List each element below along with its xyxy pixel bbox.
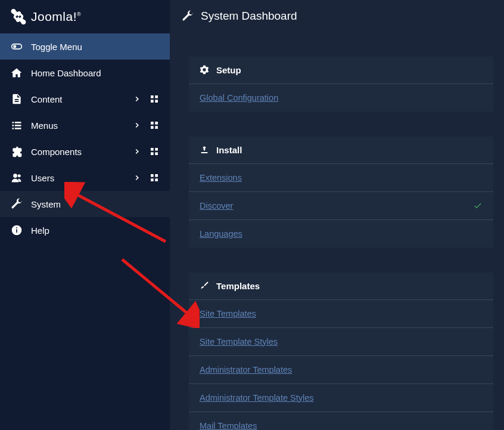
upload-icon	[200, 145, 209, 154]
nav-label: Menus	[31, 120, 133, 131]
card-install: Install Extensions Discover Languages	[189, 137, 493, 248]
card-setup: Setup Global Configuration	[189, 57, 493, 112]
check-icon	[473, 201, 483, 211]
svg-rect-4	[151, 100, 154, 103]
nav-label: Users	[31, 173, 133, 183]
card-header: Templates	[189, 273, 493, 300]
card-link-row: Extensions	[189, 164, 493, 192]
gear-icon	[200, 65, 209, 75]
sidebar-item-users[interactable]: Users	[0, 165, 170, 191]
chevron-right-icon	[133, 174, 141, 182]
home-icon	[11, 67, 23, 79]
toggle-icon	[11, 41, 23, 52]
chevron-right-icon	[133, 147, 141, 156]
svg-rect-9	[15, 125, 21, 126]
svg-rect-27	[16, 229, 17, 233]
svg-point-20	[13, 174, 17, 178]
svg-rect-0	[12, 44, 22, 49]
card-link-row: Global Configuration	[189, 84, 493, 112]
svg-rect-19	[155, 152, 158, 155]
svg-rect-10	[13, 128, 14, 129]
grid-icon[interactable]	[150, 147, 159, 156]
card-link-row: Discover	[189, 192, 493, 220]
svg-rect-24	[151, 178, 154, 181]
main: System Dashboard Setup Global Configurat…	[170, 0, 504, 430]
link-languages[interactable]: Languages	[200, 229, 242, 239]
card-header: Install	[189, 137, 493, 164]
svg-rect-11	[15, 128, 21, 129]
card-link-row: Site Templates	[189, 300, 493, 328]
card-title: Templates	[216, 281, 260, 291]
svg-rect-7	[15, 122, 21, 123]
svg-rect-14	[151, 126, 154, 129]
nav-label: System	[31, 199, 159, 209]
card-templates: Templates Site Templates Site Template S…	[189, 273, 493, 430]
svg-point-21	[18, 174, 21, 177]
svg-rect-15	[155, 126, 158, 129]
grid-icon[interactable]	[150, 120, 159, 130]
link-site-template-styles[interactable]: Site Template Styles	[200, 337, 278, 347]
sidebar-item-system[interactable]: System	[0, 191, 170, 217]
link-administrator-template-styles[interactable]: Administrator Template Styles	[200, 393, 314, 403]
file-icon	[11, 93, 23, 105]
nav-label: Help	[31, 225, 159, 236]
page-title: System Dashboard	[201, 10, 297, 23]
svg-rect-2	[151, 95, 154, 98]
info-icon	[11, 224, 23, 236]
nav-label: Home Dashboard	[31, 68, 159, 78]
link-site-templates[interactable]: Site Templates	[200, 309, 256, 318]
joomla-logo-icon	[11, 9, 26, 24]
link-administrator-templates[interactable]: Administrator Templates	[200, 365, 292, 375]
svg-rect-3	[155, 95, 158, 98]
svg-rect-8	[13, 125, 14, 126]
svg-rect-28	[16, 227, 17, 228]
sidebar-item-content[interactable]: Content	[0, 86, 170, 112]
page-header: System Dashboard	[170, 0, 504, 33]
brush-icon	[200, 281, 209, 290]
nav-label: Components	[31, 147, 133, 157]
link-discover[interactable]: Discover	[200, 201, 233, 211]
svg-rect-25	[155, 178, 158, 181]
grid-icon[interactable]	[150, 94, 159, 104]
card-link-row: Mail Templates	[189, 412, 493, 430]
svg-rect-23	[155, 174, 158, 177]
svg-rect-17	[155, 148, 158, 151]
sidebar-item-home-dashboard[interactable]: Home Dashboard	[0, 60, 170, 86]
svg-rect-12	[151, 122, 154, 125]
svg-rect-22	[151, 174, 154, 177]
card-link-row: Administrator Templates	[189, 356, 493, 384]
svg-rect-16	[151, 148, 154, 151]
chevron-right-icon	[133, 121, 141, 129]
nav-label: Toggle Menu	[31, 42, 159, 52]
card-title: Setup	[216, 65, 241, 75]
svg-rect-6	[13, 122, 14, 123]
card-link-row: Languages	[189, 220, 493, 248]
sidebar: Joomla!® Toggle Menu Home Dashboard Cont…	[0, 0, 170, 430]
card-link-row: Administrator Template Styles	[189, 384, 493, 412]
sidebar-item-menus[interactable]: Menus	[0, 112, 170, 138]
nav-label: Content	[31, 94, 133, 104]
svg-point-1	[13, 45, 16, 48]
sidebar-item-components[interactable]: Components	[0, 138, 170, 165]
svg-rect-13	[155, 122, 158, 125]
link-mail-templates[interactable]: Mail Templates	[200, 421, 257, 430]
svg-rect-5	[155, 100, 158, 103]
users-icon	[11, 172, 23, 184]
list-icon	[11, 119, 23, 131]
logo-bar: Joomla!®	[0, 0, 170, 33]
toggle-menu[interactable]: Toggle Menu	[0, 33, 170, 60]
logo-text: Joomla!®	[31, 10, 81, 24]
content: Setup Global Configuration Install Exten…	[170, 33, 504, 430]
sidebar-item-help[interactable]: Help	[0, 217, 170, 243]
svg-rect-18	[151, 152, 154, 155]
link-global-configuration[interactable]: Global Configuration	[200, 93, 278, 103]
wrench-icon	[182, 10, 194, 22]
card-title: Install	[216, 145, 242, 155]
chevron-right-icon	[133, 95, 141, 103]
link-extensions[interactable]: Extensions	[200, 173, 242, 182]
puzzle-icon	[11, 146, 23, 157]
card-link-row: Site Template Styles	[189, 328, 493, 356]
wrench-icon	[11, 198, 23, 210]
card-header: Setup	[189, 57, 493, 84]
grid-icon[interactable]	[150, 173, 159, 182]
